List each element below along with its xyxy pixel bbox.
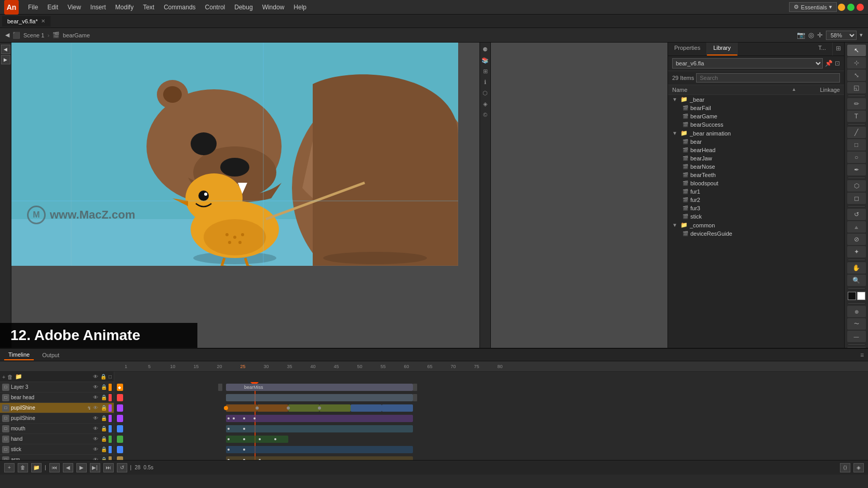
loop-btn[interactable]: ↺ [117, 463, 127, 472]
library-tree-item-bear-animation[interactable]: ▼ 📁 _bear animation [668, 129, 844, 138]
expand-icon[interactable]: ▼ [672, 130, 678, 136]
grid-icon[interactable]: ⊞ [480, 66, 490, 76]
motion-editor-btn[interactable]: ◈ [853, 463, 864, 472]
maximize-button[interactable] [847, 4, 854, 11]
library-item-fur3[interactable]: 🎬 fur3 [668, 204, 844, 212]
library-item-fur1[interactable]: 🎬 fur1 [668, 187, 844, 196]
zoom-tool-btn[interactable]: 🔍 [847, 275, 866, 286]
layer-folder-icon[interactable]: 📁 [15, 373, 22, 380]
menu-commands[interactable]: Commands [159, 2, 199, 12]
gradient-tool-btn[interactable]: ◱ [847, 82, 866, 93]
lock-icon[interactable]: 🔒 [101, 446, 107, 452]
minimize-button[interactable] [838, 4, 845, 11]
tab-close-icon[interactable]: ✕ [41, 18, 45, 24]
tab-t[interactable]: T... [812, 43, 833, 56]
library-file-selector[interactable]: bear_v6.fla [672, 58, 823, 69]
play-next-btn[interactable]: ⏭ [103, 463, 114, 472]
lock-icon[interactable]: 🔒 [101, 457, 107, 460]
step-forward-btn[interactable]: ▶| [90, 463, 100, 472]
library-item-stick[interactable]: 🎬 stick [668, 212, 844, 221]
visibility-icon[interactable]: 👁 [93, 405, 99, 411]
menu-help[interactable]: Help [289, 2, 311, 12]
layer-row-stick[interactable]: □ stick 👁 🔒 [0, 444, 114, 455]
step-back-btn[interactable]: ◀ [63, 463, 73, 472]
properties-icon[interactable]: ⚈ [480, 45, 490, 54]
library-tree-item-bear-folder[interactable]: ▼ 📁 _bear [668, 95, 844, 104]
delete-btn[interactable]: 🗑 [18, 463, 28, 472]
visibility-icon[interactable]: 👁 [93, 436, 99, 442]
library-icon[interactable]: 📚 [480, 56, 490, 65]
zoom-dropdown-icon[interactable]: ▾ [860, 32, 863, 38]
pen-tool-btn[interactable]: ✒ [847, 164, 866, 175]
timeline-tab[interactable]: Timeline [4, 350, 34, 360]
info-icon[interactable]: ℹ [480, 77, 490, 87]
layer-row-hand[interactable]: □ hand 👁 🔒 [0, 434, 114, 444]
rotate-tool-btn[interactable]: ↺ [847, 209, 866, 220]
lock-icon[interactable]: 🔒 [101, 436, 107, 442]
straighten-btn[interactable]: — [847, 331, 866, 342]
oval-tool-btn[interactable]: ○ [847, 152, 866, 163]
lock-icon[interactable]: 🔒 [101, 405, 107, 411]
library-item-bearfail[interactable]: 🎬 bearFail [668, 104, 844, 112]
smooth-btn[interactable]: 〜 [847, 318, 866, 330]
layer-row-pupilshine-2[interactable]: □ pupilShine 👁 🔒 [0, 413, 114, 424]
tab-library[interactable]: Library [707, 43, 738, 56]
visibility-icon[interactable]: 👁 [93, 395, 99, 400]
library-item-bearjaw[interactable]: 🎬 bearJaw [668, 154, 844, 162]
timeline-options-icon[interactable]: ≡ [860, 351, 864, 359]
library-tree-item-common[interactable]: ▼ 📁 _common [668, 221, 844, 229]
layer-row-mouth[interactable]: □ mouth 👁 🔒 [0, 424, 114, 434]
rectangle-tool-btn[interactable]: □ [847, 139, 866, 151]
lock-icon[interactable]: 🔒 [101, 415, 107, 421]
tab-bear-v6[interactable]: bear_v6.fla* ✕ [2, 16, 51, 26]
tab-properties[interactable]: Properties [668, 43, 707, 56]
free-transform-tool-btn[interactable]: ⤡ [847, 70, 866, 81]
paint-bucket-btn[interactable]: ⬡ [847, 180, 866, 192]
library-item-beargame[interactable]: 🎬 bearGame [668, 112, 844, 120]
library-item-bearsuccess[interactable]: 🎬 bearSuccess [668, 120, 844, 129]
nav-back-icon[interactable]: ◀ [5, 32, 9, 38]
menu-control[interactable]: Control [201, 2, 230, 12]
stroke-color-swatch[interactable] [848, 292, 856, 300]
menu-view[interactable]: View [63, 2, 85, 12]
delete-layer-icon[interactable]: 🗑 [7, 374, 13, 380]
menu-edit[interactable]: Edit [43, 2, 62, 12]
layer-row-layer3[interactable]: □ Layer 3 👁 🔒 [0, 382, 114, 392]
library-options-icon[interactable]: ⊡ [835, 60, 840, 67]
visibility-icon[interactable]: 👁 [93, 384, 99, 390]
line-tool-btn[interactable]: ╱ [847, 127, 866, 138]
frame-tracks[interactable]: ◆ bearMiss [114, 372, 868, 460]
bone-tool-btn[interactable]: ⟁ [847, 221, 866, 233]
library-pin-icon[interactable]: 📌 [825, 60, 833, 67]
panel-expand-icon[interactable]: ⊞ [833, 43, 844, 56]
library-item-bearnose[interactable]: 🎬 bearNose [668, 162, 844, 171]
folder-btn[interactable]: 📁 [31, 463, 42, 472]
close-button[interactable] [857, 4, 864, 11]
expand-icon[interactable]: ▼ [672, 97, 678, 102]
layer-row-arm[interactable]: □ arm 👁 🔒 [0, 455, 114, 460]
library-item-fur2[interactable]: 🎬 fur2 [668, 196, 844, 204]
panel-toggle-btn[interactable]: ◀ [1, 45, 10, 54]
play-prev-btn[interactable]: ⏮ [49, 463, 60, 472]
camera-icon[interactable]: 📷 [797, 31, 805, 39]
library-item-bearhead[interactable]: 🎬 bearHead [668, 146, 844, 154]
library-search-input[interactable] [696, 73, 840, 83]
visibility-icon[interactable]: 👁 [93, 457, 99, 460]
visibility-icon[interactable]: 👁 [93, 446, 99, 452]
library-item-bearteeth[interactable]: 🎬 bearTeeth [668, 171, 844, 179]
eraser-tool-btn[interactable]: ◻ [847, 193, 866, 204]
panel-toggle-btn-2[interactable]: ▶ [1, 55, 10, 64]
library-item-bear[interactable]: 🎬 bear [668, 138, 844, 146]
transform-icon[interactable]: ⬡ [480, 88, 490, 98]
menu-file[interactable]: File [24, 2, 42, 12]
visibility-icon[interactable]: 👁 [93, 415, 99, 421]
library-item-bloodspout[interactable]: 🎬 bloodspout [668, 179, 844, 187]
fill-color-swatch[interactable] [857, 292, 865, 300]
new-layer-btn[interactable]: + [4, 463, 15, 472]
lock-icon[interactable]: 🔒 [101, 384, 107, 390]
hand-tool-btn[interactable]: ✋ [847, 262, 866, 274]
new-layer-icon[interactable]: + [2, 374, 5, 380]
menu-window[interactable]: Window [258, 2, 289, 12]
cc-icon[interactable]: © [480, 110, 490, 119]
layer-row-pupilshine-1[interactable]: □ pupilShine ↯ 👁 🔒 [0, 403, 114, 413]
